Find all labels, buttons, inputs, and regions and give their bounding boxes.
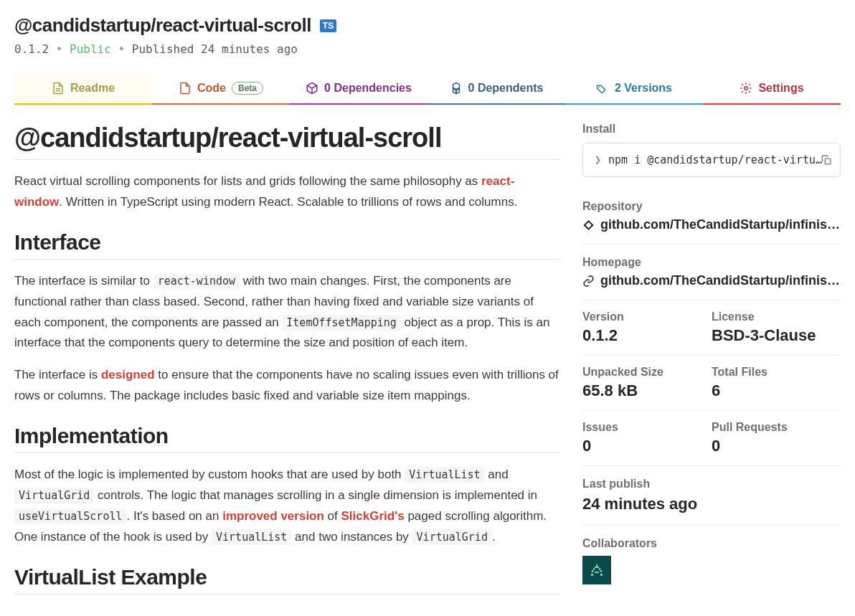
homepage-label: Homepage	[582, 256, 841, 269]
heading-implementation: Implementation	[14, 424, 559, 453]
link-icon	[582, 275, 595, 288]
collaborator-avatar[interactable]	[582, 556, 611, 584]
svg-point-4	[745, 87, 748, 90]
typescript-badge: TS	[320, 19, 336, 32]
package-header: @candidstartup/react-virtual-scroll TS 0…	[14, 14, 841, 56]
code-itemoffsetmapping: ItemOffsetMapping	[282, 315, 401, 331]
version-text: 0.1.2	[14, 42, 49, 56]
git-icon	[582, 219, 595, 232]
code-virtualgrid: VirtualGrid	[14, 488, 94, 503]
collaborators-label: Collaborators	[582, 537, 841, 550]
tab-bar: Readme Code Beta 0 Dependencies 0 Depend…	[14, 73, 841, 105]
tab-settings[interactable]: Settings	[703, 73, 841, 105]
last-publish-label: Last publish	[582, 478, 841, 491]
code-virtuallist: VirtualList	[405, 467, 484, 483]
svg-rect-5	[825, 158, 831, 164]
repository-label: Repository	[582, 200, 841, 213]
total-files-value: 6	[712, 382, 841, 400]
readme-content: @candidstartup/react-virtual-scroll Reac…	[14, 123, 559, 596]
package-subheader: 0.1.2 • Public • Published 24 minutes ag…	[14, 42, 841, 56]
interface-paragraph-2: The interface is designed to ensure that…	[14, 365, 559, 407]
prompt-icon: ❯	[595, 153, 601, 166]
version-cell: Version 0.1.2	[582, 300, 712, 356]
content-title: @candidstartup/react-virtual-scroll	[14, 123, 559, 160]
tab-dependents[interactable]: 0 Dependents	[427, 73, 565, 105]
pull-requests-value: 0	[712, 437, 841, 455]
copy-icon[interactable]	[821, 155, 831, 165]
code-usevirtualscroll: useVirtualScroll	[14, 508, 127, 524]
total-files-cell: Total Files 6	[712, 356, 841, 411]
gear-icon	[740, 82, 752, 95]
tab-readme-label: Readme	[70, 82, 115, 95]
svg-point-3	[599, 87, 600, 88]
homepage-link[interactable]: github.com/TheCandidStartup/infinishe…	[582, 273, 841, 288]
tab-code[interactable]: Code Beta	[152, 73, 290, 105]
tab-dependencies-label: 0 Dependencies	[324, 82, 412, 95]
version-value: 0.1.2	[582, 326, 712, 345]
license-value: BSD-3-Clause	[712, 326, 841, 345]
designed-link[interactable]: designed	[101, 368, 155, 382]
unpacked-size-value: 65.8 kB	[582, 382, 712, 400]
code-virtuallist-2: VirtualList	[212, 529, 291, 545]
implementation-paragraph: Most of the logic is implemented by cust…	[14, 465, 559, 548]
svg-rect-6	[588, 561, 605, 579]
avatar-icon	[588, 561, 605, 579]
code-icon	[179, 82, 192, 95]
heading-interface: Interface	[14, 230, 559, 260]
boxes-icon	[450, 82, 463, 95]
published-text: Published 24 minutes ago	[132, 42, 298, 56]
code-react-window: react-window	[153, 273, 240, 289]
install-command: npm i @candidstartup/react-virtual-s…	[608, 153, 828, 166]
tags-icon	[596, 82, 609, 95]
visibility-text: Public	[70, 42, 111, 56]
license-cell: License BSD-3-Clause	[712, 300, 841, 356]
tab-versions-label: 2 Versions	[615, 82, 672, 95]
tab-readme[interactable]: Readme	[14, 73, 152, 105]
tab-code-label: Code	[197, 82, 226, 95]
intro-paragraph: React virtual scrolling components for l…	[14, 171, 559, 213]
last-publish-value: 24 minutes ago	[582, 495, 841, 513]
install-command-box[interactable]: ❯ npm i @candidstartup/react-virtual-s…	[582, 143, 841, 177]
repository-link[interactable]: github.com/TheCandidStartup/infinisheet	[582, 217, 841, 232]
readme-icon	[52, 82, 65, 95]
box-icon	[306, 82, 318, 95]
pull-requests-cell[interactable]: Pull Requests 0	[712, 411, 841, 466]
package-name: @candidstartup/react-virtual-scroll	[14, 14, 311, 37]
issues-cell[interactable]: Issues 0	[582, 411, 712, 466]
beta-badge: Beta	[232, 82, 263, 95]
tab-settings-label: Settings	[758, 82, 803, 95]
unpacked-size-cell: Unpacked Size 65.8 kB	[582, 356, 712, 411]
heading-virtuallist-example: VirtualList Example	[14, 565, 559, 594]
install-label: Install	[582, 123, 841, 136]
tab-dependencies[interactable]: 0 Dependencies	[290, 73, 427, 105]
slickgrid-link[interactable]: SlickGrid's	[341, 509, 405, 523]
improved-version-link[interactable]: improved version	[222, 509, 324, 523]
code-virtualgrid-2: VirtualGrid	[412, 529, 492, 545]
interface-paragraph-1: The interface is similar to react-window…	[14, 271, 559, 354]
issues-value: 0	[582, 437, 712, 455]
tab-versions[interactable]: 2 Versions	[565, 73, 703, 105]
sidebar: Install ❯ npm i @candidstartup/react-vir…	[582, 123, 841, 596]
tab-dependents-label: 0 Dependents	[468, 82, 544, 95]
